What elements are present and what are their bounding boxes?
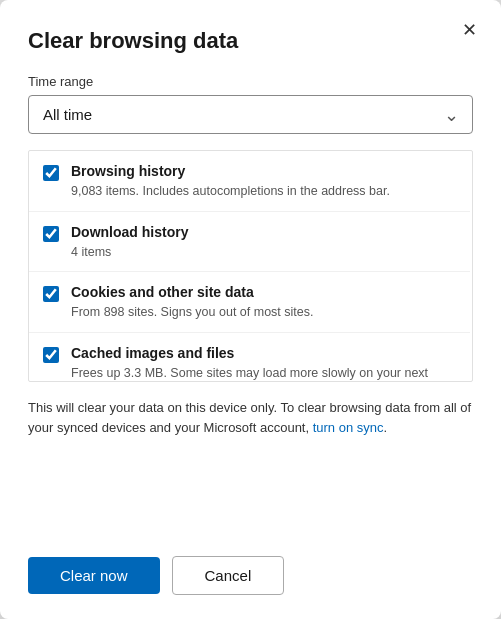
checkboxes-area: Browsing history 9,083 items. Includes a…	[28, 150, 473, 382]
browsing-history-checkbox[interactable]	[43, 165, 59, 181]
cached-text: Cached images and files Frees up 3.3 MB.…	[71, 345, 456, 382]
browsing-history-text: Browsing history 9,083 items. Includes a…	[71, 163, 456, 201]
turn-on-sync-link[interactable]: turn on sync	[313, 420, 384, 435]
download-history-label[interactable]: Download history	[71, 224, 456, 240]
download-history-text: Download history 4 items	[71, 224, 456, 262]
download-history-desc: 4 items	[71, 245, 111, 259]
time-range-select-wrapper: Last hour Last 24 hours Last 7 days Last…	[28, 95, 473, 134]
cookies-text: Cookies and other site data From 898 sit…	[71, 284, 456, 322]
browsing-history-desc: 9,083 items. Includes autocompletions in…	[71, 184, 390, 198]
info-text-before-link: This will clear your data on this device…	[28, 400, 471, 435]
checkbox-item-cached: Cached images and files Frees up 3.3 MB.…	[29, 333, 470, 382]
dialog-title: Clear browsing data	[28, 28, 473, 54]
clear-now-button[interactable]: Clear now	[28, 557, 160, 594]
cookies-checkbox[interactable]	[43, 286, 59, 302]
info-text-after-link: .	[384, 420, 388, 435]
cookies-desc: From 898 sites. Signs you out of most si…	[71, 305, 313, 319]
cancel-button[interactable]: Cancel	[172, 556, 285, 595]
clear-browsing-data-dialog: ✕ Clear browsing data Time range Last ho…	[0, 0, 501, 619]
cached-checkbox[interactable]	[43, 347, 59, 363]
checkbox-item-download-history: Download history 4 items	[29, 212, 470, 273]
checkbox-item-cookies: Cookies and other site data From 898 sit…	[29, 272, 470, 333]
time-range-label: Time range	[28, 74, 473, 89]
checkboxes-scroll[interactable]: Browsing history 9,083 items. Includes a…	[29, 151, 472, 381]
info-text: This will clear your data on this device…	[28, 398, 473, 536]
cached-desc: Frees up 3.3 MB. Some sites may load mor…	[71, 366, 428, 382]
time-range-select[interactable]: Last hour Last 24 hours Last 7 days Last…	[28, 95, 473, 134]
footer-buttons: Clear now Cancel	[28, 556, 473, 595]
close-button[interactable]: ✕	[455, 16, 483, 44]
cached-label[interactable]: Cached images and files	[71, 345, 456, 361]
checkbox-item-browsing-history: Browsing history 9,083 items. Includes a…	[29, 151, 470, 212]
browsing-history-label[interactable]: Browsing history	[71, 163, 456, 179]
close-icon: ✕	[462, 19, 477, 41]
cookies-label[interactable]: Cookies and other site data	[71, 284, 456, 300]
download-history-checkbox[interactable]	[43, 226, 59, 242]
